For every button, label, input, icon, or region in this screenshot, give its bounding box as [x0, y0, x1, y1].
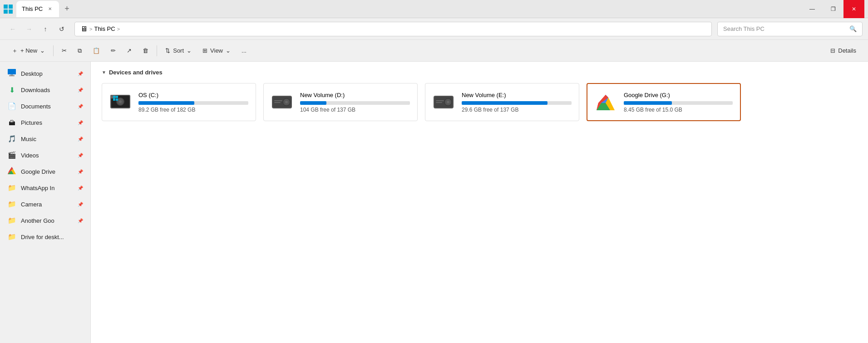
sidebar-item-label: Drive for deskt...: [21, 234, 83, 240]
more-button[interactable]: ...: [237, 43, 251, 59]
drive-info: New Volume (E:) 29.6 GB free of 137 GB: [462, 92, 572, 113]
close-button[interactable]: ✕: [843, 0, 864, 18]
copy-button[interactable]: ⧉: [73, 43, 86, 59]
drive-free-space: 89.2 GB free of 182 GB: [138, 107, 248, 113]
search-bar[interactable]: Search This PC 🔍: [717, 22, 863, 36]
svg-rect-30: [274, 102, 281, 103]
title-bar: This PC ✕ + — ❐ ✕: [0, 0, 868, 18]
toolbar: ＋ + New ⌄ ✂ ⧉ 📋 ✏ ↗ 🗑 ⇅ Sort ⌄ ⊞ View ⌄ …: [0, 40, 868, 62]
drive-bar-bg: [462, 101, 572, 105]
address-path[interactable]: 🖥 > This PC >: [74, 22, 712, 36]
add-tab-button[interactable]: +: [61, 4, 73, 14]
sidebar-item-whatsapp[interactable]: 📁 WhatsApp In 📌: [2, 180, 89, 196]
section-header-devices[interactable]: ▼ Devices and drives: [102, 69, 857, 76]
whatsapp-icon: 📁: [7, 184, 16, 192]
share-button[interactable]: ↗: [122, 43, 136, 59]
hdd-drive-icon: [433, 91, 454, 113]
app-icon: [4, 5, 13, 14]
delete-button[interactable]: 🗑: [138, 43, 153, 59]
svg-rect-3: [9, 10, 13, 14]
drive-card-g[interactable]: Google Drive (G:) 8.45 GB free of 15.0 G…: [587, 83, 741, 121]
view-chevron: ⌄: [226, 47, 231, 54]
sidebar-item-label: Music: [21, 136, 73, 142]
monitor-icon: 🖥: [80, 25, 88, 33]
drive-card-e[interactable]: New Volume (E:) 29.6 GB free of 137 GB: [425, 83, 579, 121]
back-button[interactable]: ←: [5, 22, 20, 36]
pin-icon: 📌: [78, 218, 83, 223]
svg-rect-22: [116, 96, 118, 98]
new-button[interactable]: ＋ + New ⌄: [7, 43, 49, 59]
pin-icon: 📌: [78, 120, 83, 125]
sidebar-item-desktop[interactable]: Desktop 📌: [2, 65, 89, 82]
search-placeholder: Search This PC: [723, 25, 846, 32]
svg-rect-24: [116, 98, 118, 101]
tab-this-pc[interactable]: This PC ✕: [16, 1, 59, 17]
sidebar-item-label: Documents: [21, 103, 73, 110]
svg-point-19: [119, 100, 122, 103]
tab-close-button[interactable]: ✕: [46, 5, 54, 12]
sidebar-item-documents[interactable]: 📄 Documents 📌: [2, 98, 89, 114]
sidebar-item-music[interactable]: 🎵 Music 📌: [2, 131, 89, 147]
share-icon: ↗: [127, 47, 132, 54]
details-button[interactable]: ⊟ Details: [826, 43, 861, 59]
sidebar-item-label: Downloads: [21, 87, 73, 93]
pin-icon: 📌: [78, 71, 83, 76]
pin-icon: 📌: [78, 153, 83, 158]
drive-info: OS (C:) 89.2 GB free of 182 GB: [138, 92, 248, 113]
new-icon: ＋: [12, 47, 18, 55]
drive-free-space: 104 GB free of 137 GB: [300, 107, 410, 113]
sidebar-item-camera[interactable]: 📁 Camera 📌: [2, 196, 89, 212]
windows-drive-icon: [109, 91, 131, 113]
hdd-drive-icon: [271, 91, 293, 113]
view-button[interactable]: ⊞ View ⌄: [198, 43, 235, 59]
svg-rect-1: [9, 5, 13, 9]
paste-icon: 📋: [93, 47, 100, 54]
address-bar: ← → ↑ ↺ 🖥 > This PC > Search This PC 🔍: [0, 18, 868, 40]
drive-bar-fill: [300, 101, 326, 105]
cut-button[interactable]: ✂: [57, 43, 71, 59]
sidebar-item-drivedesktop[interactable]: 📁 Drive for deskt...: [2, 229, 89, 245]
pin-icon: 📌: [78, 169, 83, 174]
path-chevron-1: >: [89, 26, 92, 32]
tab-title: This PC: [22, 5, 43, 12]
drive-bar-bg: [138, 101, 248, 105]
copy-icon: ⧉: [78, 47, 82, 54]
refresh-button[interactable]: ↺: [54, 22, 69, 36]
rename-icon: ✏: [111, 47, 116, 54]
svg-rect-29: [274, 100, 282, 101]
sort-button[interactable]: ⇅ Sort ⌄: [161, 43, 196, 59]
rename-button[interactable]: ✏: [106, 43, 120, 59]
sidebar-item-pictures[interactable]: 🏔 Pictures 📌: [2, 114, 89, 131]
sidebar-item-downloads[interactable]: ⬇ Downloads 📌: [2, 82, 89, 98]
sidebar: Desktop 📌 ⬇ Downloads 📌 📄 Documents 📌 🏔 …: [0, 62, 91, 343]
details-icon: ⊟: [830, 47, 835, 54]
svg-rect-6: [9, 75, 15, 76]
pin-icon: 📌: [78, 137, 83, 142]
svg-rect-2: [4, 10, 8, 14]
anothergoo-icon: 📁: [7, 216, 16, 225]
sidebar-item-label: Videos: [21, 152, 73, 159]
drive-card-c[interactable]: OS (C:) 89.2 GB free of 182 GB: [102, 83, 256, 121]
pin-icon: 📌: [78, 186, 83, 191]
sidebar-item-anothergoo[interactable]: 📁 Another Goo 📌: [2, 212, 89, 229]
sort-chevron: ⌄: [187, 47, 192, 54]
drive-bar-bg: [300, 101, 410, 105]
details-label: Details: [838, 47, 856, 54]
sort-label: Sort: [173, 47, 184, 54]
svg-rect-5: [10, 74, 13, 75]
minimize-button[interactable]: —: [802, 0, 823, 18]
drive-info: Google Drive (G:) 8.45 GB free of 15.0 G…: [624, 92, 733, 113]
new-chevron: ⌄: [40, 47, 45, 54]
maximize-button[interactable]: ❐: [823, 0, 843, 18]
sidebar-item-googledrive[interactable]: Google Drive 📌: [2, 163, 89, 180]
cut-icon: ✂: [62, 47, 67, 54]
drive-name: New Volume (E:): [462, 92, 572, 98]
drive-bar-fill: [462, 101, 547, 105]
paste-button[interactable]: 📋: [88, 43, 104, 59]
videos-icon: 🎬: [7, 151, 16, 159]
svg-rect-35: [436, 100, 444, 101]
up-button[interactable]: ↑: [38, 22, 53, 36]
sidebar-item-videos[interactable]: 🎬 Videos 📌: [2, 147, 89, 163]
forward-button[interactable]: →: [22, 22, 36, 36]
drive-card-d[interactable]: New Volume (D:) 104 GB free of 137 GB: [263, 83, 418, 121]
